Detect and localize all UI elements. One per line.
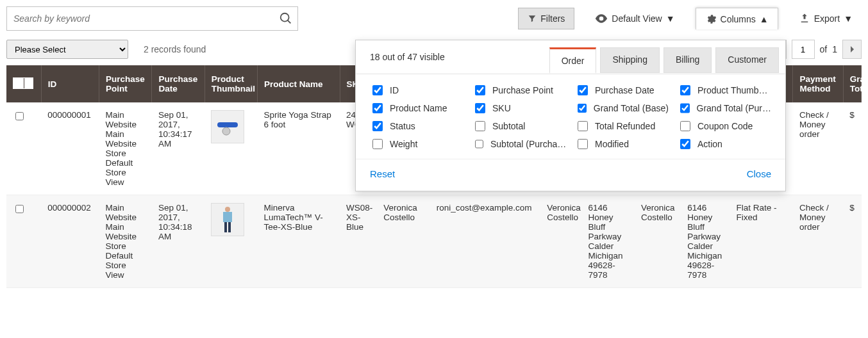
- svg-line-1: [288, 20, 291, 24]
- column-checkbox[interactable]: [578, 85, 588, 95]
- cell-id: 000000001: [41, 102, 99, 195]
- cell-sku: WS08-XS-Blue: [340, 195, 377, 288]
- column-checkbox[interactable]: [475, 121, 485, 131]
- column-toggle[interactable]: Grand Total (Pur…: [678, 101, 771, 115]
- column-label: Grand Total (Pur…: [697, 103, 771, 113]
- cell-payment: Check / Money order: [793, 102, 843, 195]
- product-thumbnail: [211, 203, 244, 236]
- columns-close-link[interactable]: Close: [747, 168, 771, 179]
- default-view-label: Default View: [612, 13, 662, 24]
- columns-label: Columns: [721, 14, 756, 24]
- row-checkbox[interactable]: [15, 112, 24, 120]
- column-toggle[interactable]: Action: [678, 137, 771, 151]
- column-label: ID: [390, 85, 399, 95]
- cell-purchase-point: Main Website Main Website Store Default …: [99, 195, 152, 288]
- search-input[interactable]: [6, 6, 298, 31]
- table-row[interactable]: 000000002Main Website Main Website Store…: [6, 195, 862, 288]
- column-toggle[interactable]: Subtotal (Purcha…: [472, 137, 566, 151]
- column-toggle[interactable]: SKU: [472, 101, 566, 115]
- export-button[interactable]: Export ▼: [790, 8, 862, 29]
- next-page-button[interactable]: [842, 40, 862, 59]
- col-purchase-point[interactable]: Purchase Point: [99, 65, 152, 102]
- column-toggle[interactable]: Modified: [575, 137, 669, 151]
- column-label: Weight: [390, 139, 417, 149]
- column-toggle[interactable]: Coupon Code: [678, 119, 771, 133]
- cell-product-name: Minerva LumaTech™ V-Tee-XS-Blue: [258, 195, 340, 288]
- columns-tab-billing[interactable]: Billing: [664, 47, 712, 73]
- column-toggle[interactable]: Subtotal: [472, 119, 566, 133]
- column-checkbox[interactable]: [680, 121, 690, 131]
- column-checkbox[interactable]: [372, 121, 383, 131]
- col-product-name[interactable]: Product Name: [258, 65, 340, 102]
- eye-icon: [595, 14, 608, 23]
- column-toggle[interactable]: Purchase Date: [575, 83, 669, 97]
- of-label: of: [820, 44, 828, 54]
- column-toggle[interactable]: Weight: [370, 137, 463, 151]
- column-label: Subtotal: [492, 121, 525, 131]
- records-found: 2 records found: [144, 44, 206, 54]
- cell-purchase-point: Main Website Main Website Store Default …: [99, 102, 152, 195]
- column-checkbox[interactable]: [372, 85, 383, 95]
- col-payment[interactable]: Payment Method: [793, 65, 843, 102]
- page-input[interactable]: [792, 40, 815, 59]
- export-label: Export: [814, 13, 840, 24]
- column-checkbox[interactable]: [578, 121, 588, 131]
- column-checkbox[interactable]: [475, 85, 485, 95]
- funnel-icon: [528, 14, 537, 23]
- column-label: Purchase Point: [492, 85, 553, 95]
- col-id[interactable]: ID: [41, 65, 99, 102]
- column-toggle[interactable]: Product Name: [370, 101, 463, 115]
- cell-thumbnail: [204, 195, 257, 288]
- filters-button[interactable]: Filters: [518, 8, 574, 29]
- column-label: Total Refunded: [595, 121, 655, 131]
- mass-action-select[interactable]: Please Select: [6, 40, 128, 59]
- svg-point-0: [281, 13, 289, 22]
- gear-icon: [705, 13, 717, 25]
- default-view-button[interactable]: Default View ▼: [586, 8, 683, 29]
- svg-point-3: [222, 127, 230, 135]
- col-grand-total[interactable]: Grand Total: [843, 65, 861, 102]
- select-all-checkbox[interactable]: ▼: [13, 77, 33, 89]
- column-checkbox[interactable]: [578, 139, 588, 149]
- cell-customer-name: Veronica Costello: [377, 195, 430, 288]
- search-icon[interactable]: [279, 12, 293, 26]
- column-checkbox[interactable]: [475, 103, 485, 113]
- columns-button[interactable]: Columns ▲: [696, 8, 778, 29]
- column-toggle[interactable]: ID: [370, 83, 463, 97]
- total-pages: 1: [832, 44, 837, 54]
- column-toggle[interactable]: Product Thumb…: [678, 83, 771, 97]
- column-checkbox[interactable]: [578, 103, 587, 113]
- column-toggle[interactable]: Purchase Point: [472, 83, 566, 97]
- col-thumbnail[interactable]: Product Thumbnail: [204, 65, 257, 102]
- columns-tab-order[interactable]: Order: [549, 47, 597, 74]
- column-label: Coupon Code: [697, 121, 753, 131]
- column-checkbox[interactable]: [475, 139, 483, 149]
- column-checkbox[interactable]: [372, 139, 383, 149]
- column-label: Modified: [595, 139, 629, 149]
- column-label: Product Thumb…: [697, 85, 767, 95]
- columns-panel: 18 out of 47 visible OrderShippingBillin…: [355, 40, 786, 191]
- col-purchase-date[interactable]: Purchase Date: [152, 65, 204, 102]
- column-label: Action: [697, 139, 722, 149]
- column-label: SKU: [492, 103, 511, 113]
- columns-visible-status: 18 out of 47 visible: [356, 40, 459, 74]
- columns-tab-shipping[interactable]: Shipping: [600, 47, 660, 73]
- column-label: Grand Total (Base): [594, 103, 669, 113]
- search-container: [6, 6, 298, 31]
- column-checkbox[interactable]: [372, 103, 383, 113]
- column-checkbox[interactable]: [680, 103, 690, 113]
- cell-purchase-date: Sep 01, 2017, 10:34:17 AM: [152, 102, 204, 195]
- cell-purchase-date: Sep 01, 2017, 10:34:18 AM: [152, 195, 204, 288]
- cell-thumbnail: [204, 102, 257, 195]
- columns-tab-customer[interactable]: Customer: [715, 47, 779, 73]
- column-label: Subtotal (Purcha…: [490, 139, 566, 149]
- row-checkbox[interactable]: [15, 205, 24, 213]
- columns-reset-link[interactable]: Reset: [370, 168, 395, 179]
- column-toggle[interactable]: Grand Total (Base): [575, 101, 669, 115]
- cell-customer-email: roni_cost@example.com: [430, 195, 541, 288]
- column-toggle[interactable]: Status: [370, 119, 463, 133]
- svg-rect-2: [217, 122, 238, 127]
- column-checkbox[interactable]: [680, 139, 690, 149]
- column-checkbox[interactable]: [680, 85, 690, 95]
- column-toggle[interactable]: Total Refunded: [575, 119, 669, 133]
